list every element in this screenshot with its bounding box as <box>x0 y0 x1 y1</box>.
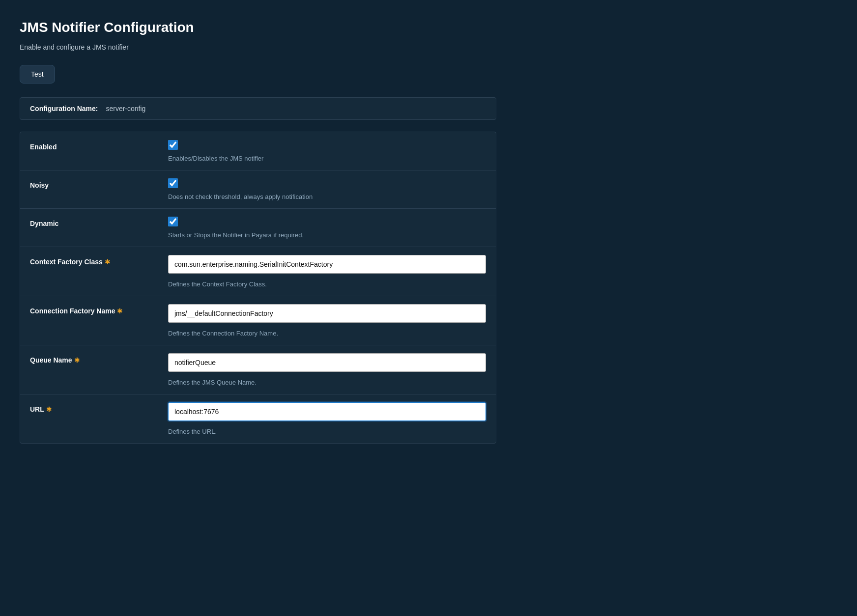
checkbox-noisy[interactable] <box>168 178 178 188</box>
label-connection-factory-name: Connection Factory Name <box>30 307 115 315</box>
required-star-queue-name: ✱ <box>74 356 80 364</box>
required-star-connection-factory-name: ✱ <box>117 307 123 315</box>
field-cell-noisy: Does not check threshold, always apply n… <box>158 170 496 208</box>
description-queue-name: Defines the JMS Queue Name. <box>168 379 486 386</box>
form-table: EnabledEnables/Disables the JMS notifier… <box>20 132 496 444</box>
form-row-noisy: NoisyDoes not check threshold, always ap… <box>20 170 496 209</box>
label-cell-url: URL ✱ <box>20 394 158 443</box>
input-connection-factory-name[interactable] <box>168 304 486 323</box>
config-name-bar: Configuration Name: server-config <box>20 97 496 120</box>
label-url: URL <box>30 405 44 413</box>
description-dynamic: Starts or Stops the Notifier in Payara i… <box>168 231 486 239</box>
page-title: JMS Notifier Configuration <box>20 20 496 35</box>
description-noisy: Does not check threshold, always apply n… <box>168 193 486 200</box>
label-cell-enabled: Enabled <box>20 132 158 170</box>
field-cell-queue-name: Defines the JMS Queue Name. <box>158 345 496 394</box>
checkbox-wrapper-enabled <box>168 140 486 150</box>
label-noisy: Noisy <box>30 181 49 189</box>
test-button[interactable]: Test <box>20 65 55 84</box>
description-connection-factory-name: Defines the Connection Factory Name. <box>168 330 486 337</box>
checkbox-enabled[interactable] <box>168 140 178 150</box>
config-name-value: server-config <box>106 105 145 112</box>
form-row-context-factory-class: Context Factory Class ✱Defines the Conte… <box>20 247 496 296</box>
description-url: Defines the URL. <box>168 428 486 435</box>
field-cell-dynamic: Starts or Stops the Notifier in Payara i… <box>158 209 496 247</box>
required-star-url: ✱ <box>46 405 52 413</box>
label-enabled: Enabled <box>30 143 57 151</box>
description-context-factory-class: Defines the Context Factory Class. <box>168 280 486 288</box>
checkbox-wrapper-dynamic <box>168 217 486 226</box>
field-cell-url: Defines the URL. <box>158 394 496 443</box>
checkbox-dynamic[interactable] <box>168 217 178 226</box>
input-queue-name[interactable] <box>168 353 486 372</box>
input-context-factory-class[interactable] <box>168 255 486 274</box>
label-cell-context-factory-class: Context Factory Class ✱ <box>20 247 158 296</box>
field-cell-context-factory-class: Defines the Context Factory Class. <box>158 247 496 296</box>
checkbox-wrapper-noisy <box>168 178 486 188</box>
description-enabled: Enables/Disables the JMS notifier <box>168 155 486 162</box>
label-cell-noisy: Noisy <box>20 170 158 208</box>
label-context-factory-class: Context Factory Class <box>30 258 103 266</box>
form-row-queue-name: Queue Name ✱Defines the JMS Queue Name. <box>20 345 496 394</box>
config-name-label: Configuration Name: <box>30 105 98 112</box>
input-url[interactable] <box>168 402 486 421</box>
field-cell-connection-factory-name: Defines the Connection Factory Name. <box>158 296 496 345</box>
form-row-connection-factory-name: Connection Factory Name ✱Defines the Con… <box>20 296 496 345</box>
form-row-dynamic: DynamicStarts or Stops the Notifier in P… <box>20 209 496 247</box>
form-row-url: URL ✱Defines the URL. <box>20 394 496 443</box>
label-queue-name: Queue Name <box>30 356 72 364</box>
required-star-context-factory-class: ✱ <box>105 258 111 266</box>
field-cell-enabled: Enables/Disables the JMS notifier <box>158 132 496 170</box>
form-row-enabled: EnabledEnables/Disables the JMS notifier <box>20 132 496 170</box>
label-cell-connection-factory-name: Connection Factory Name ✱ <box>20 296 158 345</box>
page-container: JMS Notifier Configuration Enable and co… <box>0 0 516 463</box>
label-cell-queue-name: Queue Name ✱ <box>20 345 158 394</box>
label-cell-dynamic: Dynamic <box>20 209 158 247</box>
page-subtitle: Enable and configure a JMS notifier <box>20 43 496 51</box>
label-dynamic: Dynamic <box>30 220 58 227</box>
